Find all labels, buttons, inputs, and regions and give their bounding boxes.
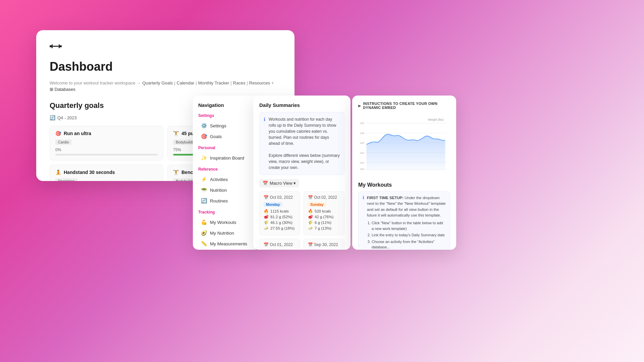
daily-entries-grid: 📅 Oct 03, 2022 Monday 🔥1115 kcals 🥩81.2 … (259, 191, 344, 250)
settings-icon: ⚙️ (201, 123, 207, 129)
my-measurements-icon: 📏 (201, 241, 207, 247)
goal-card[interactable]: 🎯 Run an ultra Cardio 0% (50, 126, 163, 161)
daily-stat: 🧈7 g (13%) (308, 226, 340, 231)
svg-rect-1 (52, 44, 53, 48)
workouts-info-text: FIRST TIME SETUP: Under the dropdown nex… (367, 195, 446, 250)
nav-item-label: My Workouts (210, 220, 236, 225)
entry-date: 📅 Sep 30, 2022 (308, 242, 340, 247)
info-icon: ℹ (264, 117, 265, 171)
svg-text:184: 184 (360, 152, 365, 155)
svg-text:Weight (lbs): Weight (lbs) (428, 118, 444, 121)
workouts-section-title: My Workouts (358, 182, 450, 188)
entry-date: 📅 Oct 02, 2022 (308, 195, 340, 200)
nav-item-nutrition[interactable]: 🥗 Nutrition (198, 185, 255, 195)
nav-item-label: Nutrition (210, 188, 227, 193)
nav-item-label: Routines (210, 198, 228, 203)
nutrition-icon: 🥗 (201, 187, 207, 193)
daily-stat: 🧈27.55 g (18%) (264, 226, 296, 231)
entry-date: 📅 Oct 01, 2022 (264, 242, 296, 247)
entry-date: 📅 Oct 03, 2022 (264, 195, 296, 200)
nav-item-label: Goals (210, 134, 222, 139)
nav-item-goals[interactable]: 🎯 Goals (198, 131, 255, 141)
goal-icon: 🎯 (55, 131, 61, 136)
goal-card[interactable]: 🧘 Handstand 30 seconds Stretching 83.3% (50, 165, 163, 181)
nav-section-label-settings: Settings (198, 113, 255, 118)
breadcrumb: Welcome to your workout tracker workspac… (50, 80, 281, 92)
goals-icon: 🎯 (201, 133, 207, 139)
daily-entry[interactable]: 📅 Oct 01, 2022 Saturday 🔥720 kcals 🥩32.5… (259, 239, 300, 250)
nav-section-label-tracking: Tracking (198, 210, 255, 215)
daily-entry[interactable]: 📅 Oct 02, 2022 Sunday 🔥520 kcals 🥩42 g (… (304, 191, 344, 235)
nav-section-label-reference: Reference (198, 167, 255, 172)
daily-summaries-panel: Daily Summaries ℹ Workouts and nutrition… (253, 96, 351, 250)
goal-name: Run an ultra (64, 131, 91, 136)
nav-item-my-nutrition[interactable]: 🥑 My Nutrition (198, 228, 255, 238)
goal-progress-label: 0% (55, 147, 158, 152)
nav-item-settings[interactable]: ⚙️ Settings (198, 121, 255, 131)
daily-stat: 🔥520 kcals (308, 209, 340, 214)
svg-text:190: 190 (360, 122, 365, 125)
nav-item-label: Activities (210, 177, 228, 182)
routines-icon: 🔄 (201, 198, 207, 204)
play-icon: ▶ (358, 104, 361, 108)
daily-stat: 🥩81.2 g (52%) (264, 215, 296, 219)
chart-panel: ▶ INSTRUCTIONS TO CREATE YOUR OWN DYNAMI… (352, 96, 456, 250)
goal-tag: Stretching (55, 178, 77, 181)
svg-text:186: 186 (360, 141, 364, 144)
workouts-info-icon: ℹ (363, 195, 364, 250)
nav-item-label: My Measurements (210, 241, 247, 246)
my-workouts-icon: 💪 (201, 219, 207, 225)
day-badge: Sunday (308, 202, 326, 207)
nav-panel-title: Navigation (198, 102, 255, 108)
progress-bar-bg (55, 154, 158, 156)
goal-name: Handstand 30 seconds (64, 170, 115, 175)
nav-section-label-personal: Personal (198, 145, 255, 150)
daily-entry[interactable]: 📅 Oct 03, 2022 Monday 🔥1115 kcals 🥩81.2 … (259, 191, 300, 235)
my-nutrition-icon: 🥑 (201, 230, 207, 236)
activities-icon: ⚡ (201, 176, 207, 182)
macro-view-button[interactable]: 📅 Macro View ▾ (259, 179, 299, 187)
day-badge: Monday (264, 202, 282, 207)
app-logo (50, 42, 281, 50)
daily-stat: 🌾46.1 g (30%) (264, 220, 296, 225)
day-badge: Saturday (264, 249, 284, 250)
quarter-tag: 🔄 Q4 - 2023 (50, 115, 77, 120)
day-badge: Friday (308, 249, 324, 250)
daily-stat: 🌾6 g (11%) (308, 220, 340, 225)
weight-chart: Weight (lbs) 190 188 186 184 182 180 (358, 114, 450, 178)
navigation-panel: Navigation Settings ⚙️ Settings 🎯 Goals … (193, 96, 260, 250)
nav-item-my-measurements[interactable]: 📏 My Measurements (198, 239, 255, 249)
goal-icon: 🧘 (55, 170, 61, 175)
svg-rect-2 (59, 44, 60, 48)
goal-tag: Cardio (55, 139, 71, 145)
svg-rect-0 (50, 45, 52, 47)
svg-rect-3 (53, 46, 59, 47)
daily-entry[interactable]: 📅 Sep 30, 2022 Friday 🔥1180 kcals 🥩56.5 … (304, 239, 344, 250)
instructions-bar: ▶ INSTRUCTIONS TO CREATE YOUR OWN DYNAMI… (358, 102, 450, 110)
goal-icon: 🏋 (173, 170, 179, 175)
nav-item-routines[interactable]: 🔄 Routines (198, 196, 255, 206)
nav-item-label: My Nutrition (210, 231, 234, 236)
page-title: Dashboard (50, 60, 281, 74)
daily-info-box: ℹ Workouts and nutrition for each day ro… (259, 112, 344, 175)
nav-item-my-workouts[interactable]: 💪 My Workouts (198, 217, 255, 227)
daily-info-text: Workouts and nutrition for each day roll… (269, 116, 340, 171)
svg-text:182: 182 (360, 161, 364, 164)
nav-item-activities[interactable]: ⚡ Activities (198, 174, 255, 184)
daily-stat: 🥩42 g (76%) (308, 215, 340, 219)
inspiration-icon: ✨ (201, 155, 207, 161)
nav-item-label: Inspiration Board (210, 156, 244, 161)
svg-text:188: 188 (360, 132, 364, 135)
nav-item-label: Settings (210, 123, 226, 128)
nav-item-inspiration[interactable]: ✨ Inspiration Board (198, 153, 255, 163)
svg-text:180: 180 (360, 168, 365, 171)
daily-summaries-title: Daily Summaries (259, 102, 344, 108)
workouts-info-box: ℹ FIRST TIME SETUP: Under the dropdown n… (358, 191, 450, 250)
svg-rect-4 (60, 45, 62, 47)
goal-icon: 🏋 (173, 131, 179, 136)
daily-stat: 🔥1115 kcals (264, 209, 296, 214)
